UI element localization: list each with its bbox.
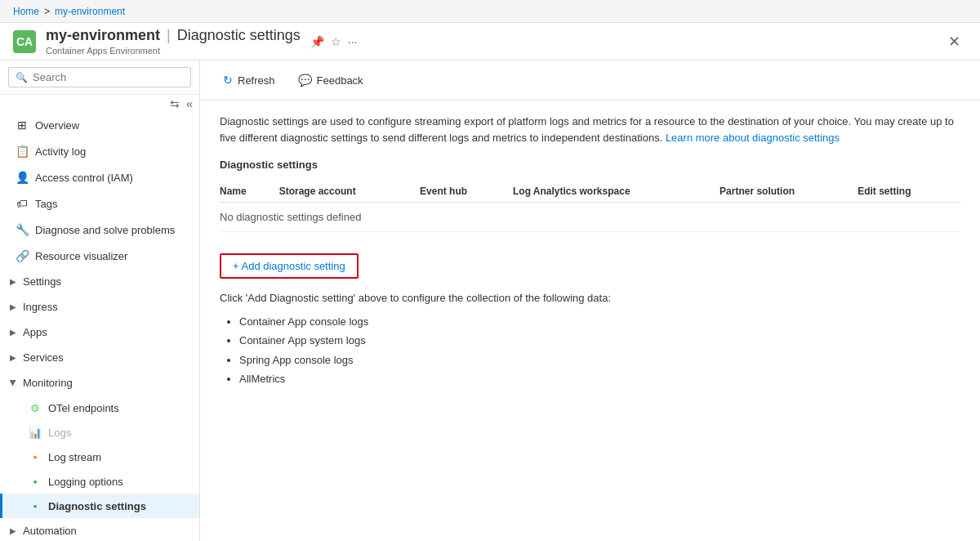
- sidebar-item-resource-visualizer[interactable]: 🔗 Resource visualizer: [0, 243, 199, 269]
- col-edit: Edit setting: [858, 181, 960, 203]
- sidebar-group-automation[interactable]: ▶ Automation: [0, 518, 199, 541]
- description-text: Diagnostic settings are used to configur…: [220, 114, 955, 145]
- sidebar-item-diagnostic-settings[interactable]: ▪ Diagnostic settings: [0, 494, 199, 518]
- app-icon: CA: [13, 30, 36, 53]
- main-layout: 🔍 ⇆ « ⊞ Overview 📋 Activity log 👤 Access…: [0, 60, 980, 541]
- resource-subtitle: Container Apps Environment: [46, 46, 301, 56]
- search-input[interactable]: [33, 71, 184, 83]
- services-chevron-icon: ▶: [10, 353, 16, 362]
- sidebar-group-monitoring-label: Monitoring: [23, 377, 73, 389]
- sidebar-item-logs: 📊 Logs: [0, 420, 199, 445]
- search-box[interactable]: 🔍: [8, 67, 191, 87]
- sidebar-item-diagnostic-settings-label: Diagnostic settings: [48, 500, 146, 512]
- sidebar-item-tags-label: Tags: [35, 198, 57, 210]
- sidebar-item-logs-label: Logs: [48, 427, 71, 439]
- list-item-4: AllMetrics: [239, 369, 960, 388]
- col-partner: Partner solution: [719, 181, 858, 203]
- sidebar-item-access-control-label: Access control (IAM): [35, 172, 133, 184]
- diagnostic-settings-icon: ▪: [29, 499, 42, 512]
- breadcrumb-separator: >: [44, 6, 50, 17]
- col-log-analytics: Log Analytics workspace: [513, 181, 719, 203]
- sidebar-item-otel-label: OTel endpoints: [48, 402, 119, 414]
- close-button[interactable]: ✕: [942, 29, 967, 54]
- sidebar-group-services-label: Services: [23, 351, 64, 364]
- log-stream-icon: ▪: [29, 450, 42, 463]
- refresh-button[interactable]: ↻ Refresh: [213, 69, 285, 92]
- col-eventhub: Event hub: [420, 181, 513, 203]
- content-body: Diagnostic settings are used to configur…: [200, 101, 980, 402]
- sidebar-minimize-icon[interactable]: «: [186, 97, 193, 110]
- top-bar: CA my-environment | Diagnostic settings …: [0, 23, 980, 60]
- favorite-icon[interactable]: ☆: [331, 35, 341, 48]
- sidebar-item-overview[interactable]: ⊞ Overview: [0, 112, 199, 138]
- pin-icon[interactable]: 📌: [310, 35, 324, 48]
- breadcrumb: Home > my-environment: [0, 0, 980, 23]
- more-options-icon[interactable]: ···: [348, 35, 358, 48]
- sidebar-item-log-stream[interactable]: ▪ Log stream: [0, 445, 199, 469]
- apps-chevron-icon: ▶: [10, 328, 16, 337]
- title-block: my-environment | Diagnostic settings Con…: [46, 27, 301, 56]
- add-diagnostic-setting-button[interactable]: + Add diagnostic setting: [220, 253, 359, 279]
- sidebar-item-diagnose[interactable]: 🔧 Diagnose and solve problems: [0, 217, 199, 243]
- monitoring-chevron-icon: ▶: [9, 380, 18, 387]
- sidebar-group-automation-label: Automation: [23, 525, 77, 537]
- resource-name: my-environment: [46, 27, 160, 44]
- col-storage: Storage account: [279, 181, 420, 203]
- sidebar-item-access-control[interactable]: 👤 Access control (IAM): [0, 164, 199, 190]
- ingress-chevron-icon: ▶: [10, 302, 16, 311]
- page-title: Diagnostic settings: [177, 27, 301, 44]
- title-area: my-environment | Diagnostic settings: [46, 27, 301, 44]
- breadcrumb-current[interactable]: my-environment: [55, 6, 125, 17]
- toolbar: ↻ Refresh 💬 Feedback: [200, 60, 980, 101]
- sidebar: 🔍 ⇆ « ⊞ Overview 📋 Activity log 👤 Access…: [0, 60, 200, 541]
- diagnose-icon: 🔧: [16, 223, 29, 236]
- sidebar-group-ingress-label: Ingress: [23, 301, 58, 313]
- instruction-text: Click 'Add Diagnostic setting' above to …: [220, 292, 960, 304]
- learn-more-link[interactable]: Learn more about diagnostic settings: [666, 132, 840, 144]
- sidebar-item-overview-label: Overview: [35, 119, 79, 132]
- tags-icon: 🏷: [16, 197, 29, 210]
- content-area: ↻ Refresh 💬 Feedback Diagnostic settings…: [200, 60, 980, 541]
- sidebar-item-log-stream-label: Log stream: [48, 451, 101, 463]
- logs-icon: 📊: [29, 426, 42, 439]
- sidebar-group-settings-label: Settings: [23, 275, 61, 288]
- overview-icon: ⊞: [16, 118, 29, 132]
- col-name: Name: [220, 181, 279, 203]
- resource-visualizer-icon: 🔗: [16, 249, 29, 262]
- title-icons: 📌 ☆ ···: [310, 35, 358, 48]
- logging-options-icon: ▪: [29, 475, 42, 488]
- no-settings-text: No diagnostic settings defined: [220, 203, 960, 232]
- sidebar-group-ingress[interactable]: ▶ Ingress: [0, 294, 199, 320]
- table-row-empty: No diagnostic settings defined: [220, 203, 960, 232]
- list-item-2: Container App system logs: [239, 331, 960, 350]
- sidebar-item-activity-log-label: Activity log: [35, 145, 86, 158]
- access-control-icon: 👤: [16, 171, 29, 184]
- sidebar-item-diagnose-label: Diagnose and solve problems: [35, 224, 175, 236]
- list-item-1: Container App console logs: [239, 312, 960, 331]
- breadcrumb-home[interactable]: Home: [13, 6, 39, 17]
- feedback-label: Feedback: [317, 74, 363, 87]
- bullet-list: Container App console logs Container App…: [220, 312, 960, 389]
- refresh-label: Refresh: [238, 74, 275, 87]
- sidebar-item-activity-log[interactable]: 📋 Activity log: [0, 138, 199, 164]
- settings-chevron-icon: ▶: [10, 277, 16, 286]
- sidebar-group-apps[interactable]: ▶ Apps: [0, 320, 199, 345]
- refresh-icon: ↻: [223, 74, 233, 87]
- feedback-button[interactable]: 💬 Feedback: [288, 69, 373, 92]
- sidebar-group-services[interactable]: ▶ Services: [0, 345, 199, 370]
- feedback-icon: 💬: [298, 74, 312, 87]
- sidebar-item-tags[interactable]: 🏷 Tags: [0, 190, 199, 217]
- sidebar-collapse-icon[interactable]: ⇆: [170, 97, 180, 110]
- sidebar-item-logging-options[interactable]: ▪ Logging options: [0, 469, 199, 494]
- automation-chevron-icon: ▶: [10, 526, 16, 535]
- search-icon: 🔍: [16, 72, 28, 83]
- sidebar-item-otel-endpoints[interactable]: ⚙ OTel endpoints: [0, 396, 199, 420]
- sidebar-group-monitoring[interactable]: ▶ Monitoring: [0, 370, 199, 396]
- title-separator: |: [167, 27, 171, 44]
- activity-log-icon: 📋: [16, 145, 29, 158]
- otel-icon: ⚙: [29, 401, 42, 414]
- sidebar-group-apps-label: Apps: [23, 326, 47, 338]
- sidebar-search-area: 🔍: [0, 60, 199, 95]
- sidebar-group-settings[interactable]: ▶ Settings: [0, 269, 199, 294]
- sidebar-item-resource-visualizer-label: Resource visualizer: [35, 250, 127, 262]
